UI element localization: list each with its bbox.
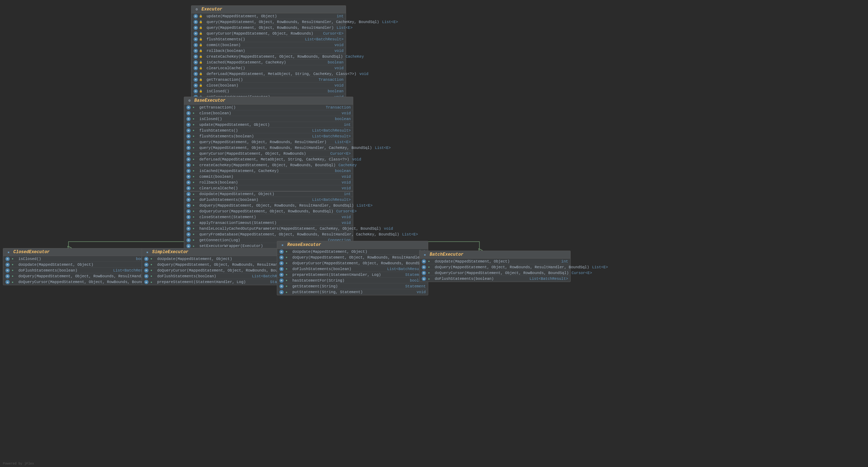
lock-icon: 🔒 [199, 37, 203, 41]
vis-icon: ● [191, 169, 196, 173]
vis-icon: ● [149, 263, 154, 267]
lock-icon: 🔒 [199, 20, 203, 24]
vis-icon: ● [427, 277, 431, 281]
table-row: m🔒 commit(boolean) void [191, 42, 346, 48]
method-icon: m [279, 273, 284, 277]
vis-icon: ● [191, 128, 196, 133]
table-row: m● handleLocallyCachedOutputParameters(M… [184, 226, 353, 232]
closed-executor-header: ClosedExecutor [3, 248, 154, 256]
vis-icon: ● [191, 198, 196, 202]
vis-icon: ● [10, 257, 15, 261]
batch-executor-title: BatchExecutor [430, 252, 464, 257]
vis-icon: ● [191, 117, 196, 121]
vis-icon: ● [191, 209, 196, 213]
lock-icon: 🔒 [199, 14, 203, 18]
vis-icon: ● [191, 180, 196, 185]
base-executor-card: BaseExecutor m● getTransaction() Transac… [184, 97, 353, 249]
lock-icon: 🔒 [199, 54, 203, 59]
vis-icon: ● [149, 274, 154, 278]
vis-icon: ● [284, 250, 289, 254]
method-icon: m [194, 49, 198, 53]
table-row: m● getTransaction() Transaction [184, 105, 353, 110]
reuse-executor-card: ReuseExecutor m● doUpdate(MappedStatemen… [277, 241, 428, 295]
method-icon: m [194, 26, 198, 30]
method-icon: m [194, 83, 198, 88]
table-row: m● doQueryCursor(MappedStatement, Object… [184, 208, 353, 214]
method-icon: m [186, 128, 191, 133]
table-row: m● hasStatementFor(String) boolean [277, 278, 428, 283]
executor-title: Executor [201, 7, 222, 12]
vis-icon: ● [191, 238, 196, 242]
lock-icon: 🔒 [199, 31, 203, 36]
vis-icon: ● [191, 163, 196, 167]
table-row: m● doFlushStatements(boolean) List<Batch… [142, 273, 293, 279]
vis-icon: ● [191, 175, 196, 179]
method-icon: m [144, 268, 149, 273]
closed-executor-card: ClosedExecutor m● isClosed() boolean m● … [3, 248, 154, 285]
vis-icon: ● [284, 261, 289, 265]
method-icon: m [186, 192, 191, 196]
method-icon: m [186, 111, 191, 115]
method-icon: m [279, 255, 284, 260]
vis-icon: ● [191, 226, 196, 231]
powered-by: Powered by jFlex [3, 462, 34, 466]
method-icon: m [186, 146, 191, 150]
vis-icon: ● [427, 271, 431, 275]
method-icon: m [186, 186, 191, 190]
method-icon: m [5, 263, 10, 267]
table-row: m● doQuery(MappedStatement, Object, RowB… [142, 262, 293, 268]
table-row: m● flushStatements() List<BatchResult> [184, 128, 353, 133]
method-icon: m [422, 259, 426, 264]
vis-icon: ● [191, 232, 196, 237]
executor-body: m🔒 update(MappedStatement, Object) int m… [191, 13, 346, 100]
executor-card: Executor m🔒 update(MappedStatement, Obje… [191, 5, 346, 100]
vis-icon: ● [191, 192, 196, 196]
table-row: m● doUpdate(MappedStatement, Object) int [420, 259, 570, 264]
vis-icon: ● [284, 290, 289, 294]
method-icon: m [194, 37, 198, 41]
method-icon: m [194, 78, 198, 82]
table-row: m● update(MappedStatement, Object) int [184, 122, 353, 128]
table-row: m🔒 update(MappedStatement, Object) int [191, 13, 346, 19]
vis-icon: ● [427, 265, 431, 269]
table-row: m● deferLoad(MappedStatement, MetaObject… [184, 157, 353, 162]
table-row: m● doQuery(MappedStatement, Object, RowB… [3, 273, 154, 279]
vis-icon: ● [284, 284, 289, 288]
vis-icon: ● [149, 268, 154, 273]
method-icon: m [186, 157, 191, 162]
method-icon: m [279, 267, 284, 271]
lock-icon: 🔒 [199, 78, 203, 82]
method-icon: m [144, 280, 149, 284]
table-row: m● doQuery(MappedStatement, Object, RowB… [420, 264, 570, 270]
table-row: m🔒 queryCursor(MappedStatement, Object, … [191, 31, 346, 36]
vis-icon: ● [191, 123, 196, 127]
table-row: m🔒 flushStatements() List<BatchResult> [191, 36, 346, 42]
table-row: m🔒 isCached(MappedStatement, CacheKey) b… [191, 60, 346, 65]
method-icon: m [186, 232, 191, 237]
closed-executor-class-icon [6, 250, 11, 255]
table-row: m🔒 clearLocalCache() void [191, 65, 346, 71]
table-row: m● doQuery(MappedStatement, Object, RowB… [277, 255, 428, 260]
table-row: m● queryCursor(MappedStatement, Object, … [184, 151, 353, 157]
method-icon: m [422, 277, 426, 281]
table-row: m● flushStatements(boolean) List<BatchRe… [184, 133, 353, 139]
method-icon: m [194, 31, 198, 36]
table-row: m🔒 rollback(boolean) void [191, 48, 346, 54]
table-row: m● doQuery(MappedStatement, Object, RowB… [184, 203, 353, 208]
method-icon: m [194, 60, 198, 65]
method-icon: m [194, 14, 198, 18]
connectors-svg [0, 0, 868, 467]
table-row: m● isClosed() boolean [184, 116, 353, 122]
table-row: m● doFlushStatements(boolean) List<Batch… [277, 266, 428, 272]
executor-header: Executor [191, 6, 346, 13]
simple-executor-title: SimpleExecutor [152, 250, 189, 255]
lock-icon: 🔒 [199, 26, 203, 30]
batch-executor-card: BatchExecutor m● doUpdate(MappedStatemen… [419, 251, 571, 282]
method-icon: m [186, 203, 191, 208]
table-row: m● isClosed() boolean [3, 256, 154, 262]
lock-icon: 🔒 [199, 49, 203, 53]
vis-icon: ● [191, 244, 196, 248]
method-icon: m [5, 257, 10, 261]
executor-gear-icon [194, 7, 199, 12]
vis-icon: ● [191, 151, 196, 156]
